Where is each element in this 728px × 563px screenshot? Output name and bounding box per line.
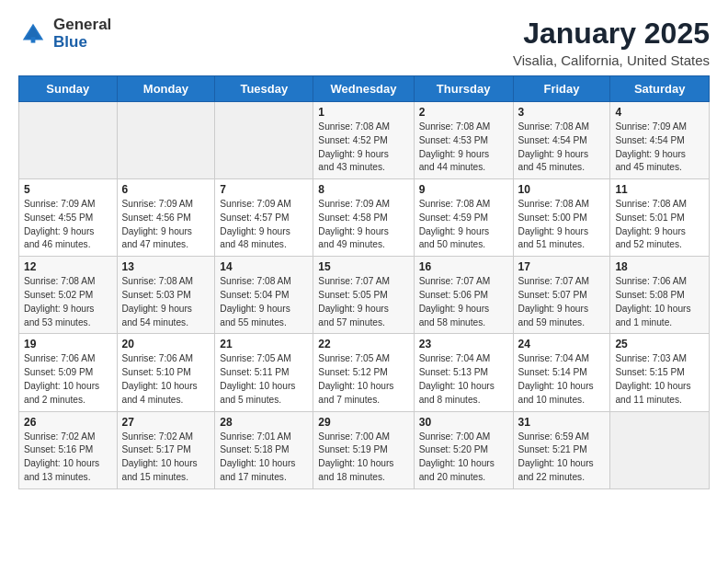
calendar-cell: 25Sunrise: 7:03 AMSunset: 5:15 PMDayligh… bbox=[610, 334, 710, 411]
day-info: Sunrise: 7:05 AMSunset: 5:12 PMDaylight:… bbox=[318, 352, 408, 407]
day-info: Sunrise: 7:06 AMSunset: 5:10 PMDaylight:… bbox=[122, 352, 210, 407]
day-info: Sunrise: 7:00 AMSunset: 5:19 PMDaylight:… bbox=[318, 431, 408, 485]
calendar-cell: 18Sunrise: 7:06 AMSunset: 5:08 PMDayligh… bbox=[610, 257, 710, 334]
calendar-cell: 5Sunrise: 7:09 AMSunset: 4:55 PMDaylight… bbox=[19, 179, 118, 257]
calendar-cell: 24Sunrise: 7:04 AMSunset: 5:14 PMDayligh… bbox=[513, 334, 610, 411]
day-info: Sunrise: 7:02 AMSunset: 5:17 PMDaylight:… bbox=[122, 431, 210, 485]
day-number: 24 bbox=[518, 338, 606, 350]
day-number: 3 bbox=[518, 106, 606, 119]
calendar-table: SundayMondayTuesdayWednesdayThursdayFrid… bbox=[18, 75, 710, 489]
day-number: 29 bbox=[318, 416, 408, 429]
calendar-cell: 28Sunrise: 7:01 AMSunset: 5:18 PMDayligh… bbox=[215, 411, 313, 488]
day-number: 9 bbox=[419, 183, 508, 196]
calendar-week-row: 19Sunrise: 7:06 AMSunset: 5:09 PMDayligh… bbox=[19, 334, 710, 411]
day-number: 21 bbox=[220, 338, 308, 350]
day-number: 18 bbox=[615, 260, 704, 273]
day-info: Sunrise: 7:06 AMSunset: 5:09 PMDaylight:… bbox=[24, 352, 112, 407]
main-title: January 2025 bbox=[513, 17, 710, 51]
day-info: Sunrise: 7:09 AMSunset: 4:54 PMDaylight:… bbox=[615, 121, 704, 175]
day-info: Sunrise: 7:00 AMSunset: 5:20 PMDaylight:… bbox=[419, 431, 508, 485]
calendar-cell: 17Sunrise: 7:07 AMSunset: 5:07 PMDayligh… bbox=[513, 257, 610, 334]
weekday-header-row: SundayMondayTuesdayWednesdayThursdayFrid… bbox=[19, 76, 710, 102]
day-number: 10 bbox=[518, 183, 606, 196]
calendar-cell: 26Sunrise: 7:02 AMSunset: 5:16 PMDayligh… bbox=[19, 411, 118, 488]
calendar-cell: 6Sunrise: 7:09 AMSunset: 4:56 PMDaylight… bbox=[117, 179, 215, 257]
calendar-cell: 2Sunrise: 7:08 AMSunset: 4:53 PMDaylight… bbox=[414, 102, 513, 179]
day-info: Sunrise: 7:08 AMSunset: 5:00 PMDaylight:… bbox=[518, 198, 606, 252]
calendar-cell: 31Sunrise: 6:59 AMSunset: 5:21 PMDayligh… bbox=[513, 411, 610, 488]
calendar-cell: 19Sunrise: 7:06 AMSunset: 5:09 PMDayligh… bbox=[19, 334, 118, 411]
weekday-header-thursday: Thursday bbox=[414, 76, 513, 102]
calendar-cell: 20Sunrise: 7:06 AMSunset: 5:10 PMDayligh… bbox=[117, 334, 215, 411]
calendar-cell: 1Sunrise: 7:08 AMSunset: 4:52 PMDaylight… bbox=[313, 102, 414, 179]
day-number: 8 bbox=[318, 183, 408, 196]
calendar-cell: 23Sunrise: 7:04 AMSunset: 5:13 PMDayligh… bbox=[414, 334, 513, 411]
day-info: Sunrise: 7:06 AMSunset: 5:08 PMDaylight:… bbox=[615, 275, 704, 329]
logo-icon bbox=[18, 19, 48, 49]
day-number: 19 bbox=[24, 338, 112, 350]
day-number: 23 bbox=[419, 338, 508, 350]
day-info: Sunrise: 7:09 AMSunset: 4:56 PMDaylight:… bbox=[122, 198, 210, 252]
day-info: Sunrise: 7:08 AMSunset: 4:53 PMDaylight:… bbox=[419, 121, 508, 175]
day-info: Sunrise: 7:07 AMSunset: 5:05 PMDaylight:… bbox=[318, 275, 408, 329]
day-info: Sunrise: 7:08 AMSunset: 4:59 PMDaylight:… bbox=[419, 198, 508, 252]
day-number: 7 bbox=[220, 183, 308, 196]
calendar-week-row: 5Sunrise: 7:09 AMSunset: 4:55 PMDaylight… bbox=[19, 179, 710, 257]
weekday-header-tuesday: Tuesday bbox=[215, 76, 313, 102]
logo-blue: Blue bbox=[53, 34, 111, 52]
calendar-cell: 10Sunrise: 7:08 AMSunset: 5:00 PMDayligh… bbox=[513, 179, 610, 257]
calendar-cell: 27Sunrise: 7:02 AMSunset: 5:17 PMDayligh… bbox=[117, 411, 215, 488]
calendar-week-row: 26Sunrise: 7:02 AMSunset: 5:16 PMDayligh… bbox=[19, 411, 710, 488]
calendar-cell: 13Sunrise: 7:08 AMSunset: 5:03 PMDayligh… bbox=[117, 257, 215, 334]
day-info: Sunrise: 7:08 AMSunset: 5:04 PMDaylight:… bbox=[220, 275, 308, 329]
day-number: 2 bbox=[419, 106, 508, 119]
logo: General Blue bbox=[18, 17, 111, 51]
calendar-cell: 11Sunrise: 7:08 AMSunset: 5:01 PMDayligh… bbox=[610, 179, 710, 257]
day-number: 17 bbox=[518, 260, 606, 273]
day-info: Sunrise: 7:08 AMSunset: 4:54 PMDaylight:… bbox=[518, 121, 606, 175]
calendar-cell: 30Sunrise: 7:00 AMSunset: 5:20 PMDayligh… bbox=[414, 411, 513, 488]
day-number: 27 bbox=[122, 416, 210, 429]
day-info: Sunrise: 7:08 AMSunset: 5:03 PMDaylight:… bbox=[122, 275, 210, 329]
day-number: 16 bbox=[419, 260, 508, 273]
day-number: 22 bbox=[318, 338, 408, 350]
weekday-header-saturday: Saturday bbox=[610, 76, 710, 102]
calendar-cell: 12Sunrise: 7:08 AMSunset: 5:02 PMDayligh… bbox=[19, 257, 118, 334]
calendar-cell: 15Sunrise: 7:07 AMSunset: 5:05 PMDayligh… bbox=[313, 257, 414, 334]
weekday-header-monday: Monday bbox=[117, 76, 215, 102]
day-info: Sunrise: 6:59 AMSunset: 5:21 PMDaylight:… bbox=[518, 431, 606, 485]
day-number: 11 bbox=[615, 183, 704, 196]
day-info: Sunrise: 7:08 AMSunset: 4:52 PMDaylight:… bbox=[318, 121, 408, 175]
day-number: 31 bbox=[518, 416, 606, 429]
day-info: Sunrise: 7:05 AMSunset: 5:11 PMDaylight:… bbox=[220, 352, 308, 407]
calendar-cell: 16Sunrise: 7:07 AMSunset: 5:06 PMDayligh… bbox=[414, 257, 513, 334]
calendar-cell bbox=[610, 411, 710, 488]
day-info: Sunrise: 7:07 AMSunset: 5:06 PMDaylight:… bbox=[419, 275, 508, 329]
day-info: Sunrise: 7:08 AMSunset: 5:02 PMDaylight:… bbox=[24, 275, 112, 329]
calendar-cell: 9Sunrise: 7:08 AMSunset: 4:59 PMDaylight… bbox=[414, 179, 513, 257]
calendar-cell: 3Sunrise: 7:08 AMSunset: 4:54 PMDaylight… bbox=[513, 102, 610, 179]
day-number: 1 bbox=[318, 106, 408, 119]
day-number: 20 bbox=[122, 338, 210, 350]
day-number: 30 bbox=[419, 416, 508, 429]
calendar-cell: 7Sunrise: 7:09 AMSunset: 4:57 PMDaylight… bbox=[215, 179, 313, 257]
day-info: Sunrise: 7:09 AMSunset: 4:58 PMDaylight:… bbox=[318, 198, 408, 252]
calendar-cell: 22Sunrise: 7:05 AMSunset: 5:12 PMDayligh… bbox=[313, 334, 414, 411]
day-info: Sunrise: 7:08 AMSunset: 5:01 PMDaylight:… bbox=[615, 198, 704, 252]
day-info: Sunrise: 7:02 AMSunset: 5:16 PMDaylight:… bbox=[24, 431, 112, 485]
day-number: 26 bbox=[24, 416, 112, 429]
svg-rect-2 bbox=[31, 37, 36, 42]
calendar-cell bbox=[215, 102, 313, 179]
weekday-header-wednesday: Wednesday bbox=[313, 76, 414, 102]
day-info: Sunrise: 7:07 AMSunset: 5:07 PMDaylight:… bbox=[518, 275, 606, 329]
calendar-cell: 14Sunrise: 7:08 AMSunset: 5:04 PMDayligh… bbox=[215, 257, 313, 334]
day-info: Sunrise: 7:01 AMSunset: 5:18 PMDaylight:… bbox=[220, 431, 308, 485]
day-number: 15 bbox=[318, 260, 408, 273]
calendar-cell: 8Sunrise: 7:09 AMSunset: 4:58 PMDaylight… bbox=[313, 179, 414, 257]
day-number: 5 bbox=[24, 183, 112, 196]
calendar-cell: 29Sunrise: 7:00 AMSunset: 5:19 PMDayligh… bbox=[313, 411, 414, 488]
day-info: Sunrise: 7:04 AMSunset: 5:14 PMDaylight:… bbox=[518, 352, 606, 407]
logo-general: General bbox=[53, 17, 111, 34]
page-header: General Blue January 2025 Visalia, Calif… bbox=[18, 17, 710, 68]
calendar-cell: 4Sunrise: 7:09 AMSunset: 4:54 PMDaylight… bbox=[610, 102, 710, 179]
